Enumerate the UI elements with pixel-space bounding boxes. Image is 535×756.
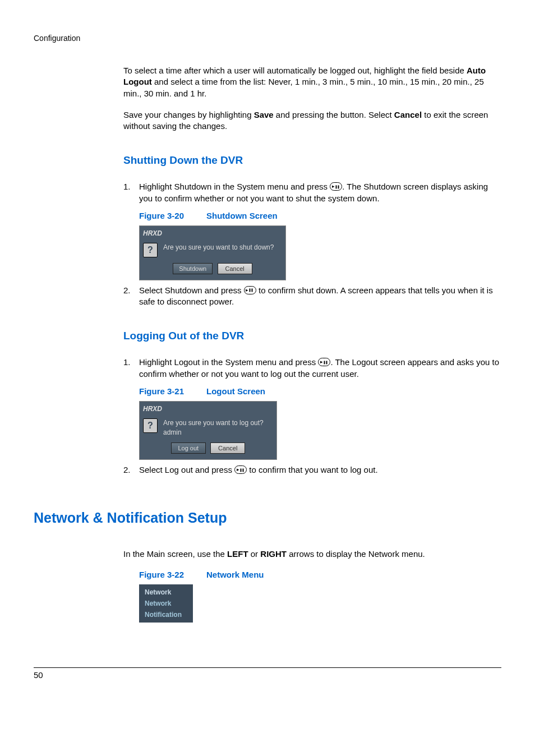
- figure-3-21-label: Figure 3-21Logout Screen: [139, 386, 501, 397]
- shutdown-dialog-title: HRXD: [143, 229, 282, 237]
- network-intro: In the Main screen, use the LEFT or RIGH…: [123, 548, 501, 560]
- footer-divider: [34, 667, 501, 668]
- page-number: 50: [34, 670, 501, 680]
- play-pause-icon: [234, 465, 247, 474]
- cancel-button[interactable]: Cancel: [210, 442, 245, 454]
- shutdown-step-1: 1. Highlight Shutdown in the System menu…: [123, 181, 501, 204]
- logout-button[interactable]: Log out: [171, 442, 206, 454]
- shutdown-step-2: 2. Select Shutdown and press to confirm …: [123, 285, 501, 308]
- shutdown-dialog-text: Are you sure you want to shut down?: [163, 243, 274, 252]
- cancel-button[interactable]: Cancel: [218, 263, 252, 274]
- intro-paragraph-2: Save your changes by highlighting Save a…: [123, 109, 501, 132]
- logout-dialog-title: HRXD: [143, 405, 273, 413]
- question-icon: ?: [143, 418, 158, 433]
- play-pause-icon: [330, 182, 342, 191]
- breadcrumb: Configuration: [34, 34, 501, 43]
- network-menu-item-network[interactable]: Network: [139, 598, 193, 609]
- play-pause-icon: [244, 286, 256, 294]
- logout-dialog-text: Are you sure you want to log out? admin: [163, 418, 264, 437]
- logout-step-1: 1. Highlight Logout in the System menu a…: [123, 357, 501, 380]
- logout-step-2: 2. Select Log out and press to confirm t…: [123, 464, 501, 476]
- intro-paragraph-1: To select a time after which a user will…: [123, 65, 501, 99]
- figure-3-20-label: Figure 3-20Shutdown Screen: [139, 211, 501, 221]
- network-menu: Network Network Notification: [139, 584, 193, 623]
- network-menu-header: Network: [139, 587, 193, 598]
- network-notification-heading: Network & Notification Setup: [34, 510, 501, 526]
- shutting-down-heading: Shutting Down the DVR: [123, 154, 501, 167]
- network-menu-item-notification[interactable]: Notification: [139, 609, 193, 620]
- figure-3-22-label: Figure 3-22Network Menu: [139, 570, 501, 580]
- shutdown-button[interactable]: Shutdown: [173, 263, 213, 274]
- logging-out-heading: Logging Out of the DVR: [123, 330, 501, 342]
- logout-dialog: HRXD ? Are you sure you want to log out?…: [139, 401, 277, 460]
- play-pause-icon: [318, 358, 330, 366]
- question-icon: ?: [143, 243, 158, 257]
- shutdown-dialog: HRXD ? Are you sure you want to shut dow…: [139, 225, 286, 280]
